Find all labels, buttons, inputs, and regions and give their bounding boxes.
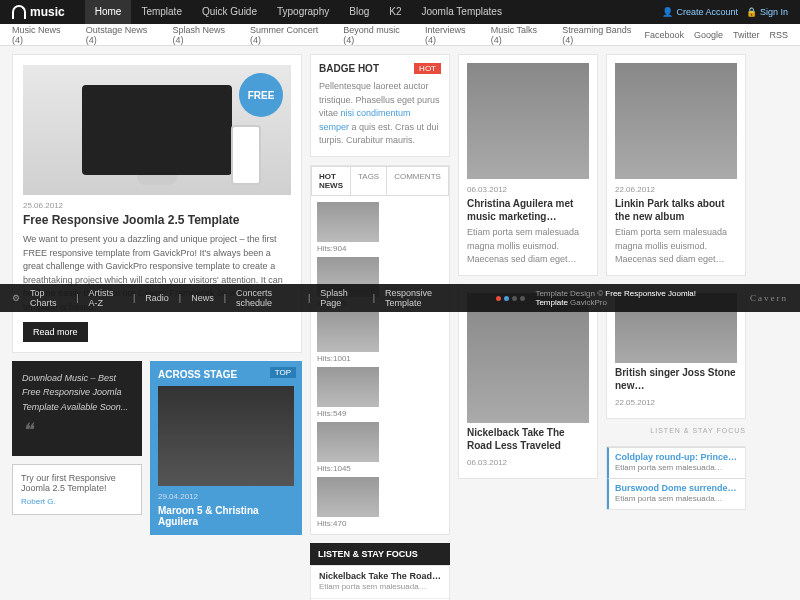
nav-k2[interactable]: K2 (379, 0, 411, 24)
tabs-card: HOT NEWS TAGS COMMENTS Hits:904 Hits:705… (310, 165, 450, 535)
article-date: 06.03.2012 (467, 185, 589, 194)
article-title: Nickelback Take The Road Less Traveled (467, 426, 589, 452)
article-nickelback[interactable]: Nickelback Take The Road Less Traveled 0… (458, 284, 598, 479)
nav-home[interactable]: Home (85, 0, 132, 24)
thumb-item[interactable]: Hits:1045 (317, 422, 379, 473)
article-linkin[interactable]: 22.06.2012 Linkin Park talks about the n… (606, 54, 746, 276)
article-date: 06.03.2012 (467, 458, 589, 467)
top-badge: TOP (270, 367, 296, 378)
side-list: Coldplay round-up: Prince…Etiam porta se… (606, 446, 746, 510)
tab-tags[interactable]: TAGS (351, 167, 387, 195)
lock-icon: 🔒 (746, 7, 757, 17)
strip-link[interactable]: Concerts schedule (236, 288, 298, 308)
article-title: British singer Joss Stone new… (615, 366, 737, 392)
across-date: 29.04.2012 (158, 492, 294, 501)
signin-link[interactable]: 🔒Sign In (746, 7, 788, 17)
article-body: Etiam porta sem malesuada magna mollis e… (467, 226, 589, 267)
subnav-item[interactable]: Beyond music (4) (343, 25, 413, 45)
free-badge: FREE (239, 73, 283, 117)
thumb-item[interactable]: Hits:470 (317, 477, 379, 528)
quote-text: Download Music – Best Free Responsive Jo… (22, 373, 128, 412)
article-title: Linkin Park talks about the new album (615, 197, 737, 223)
article-image (615, 63, 737, 179)
subnav-item[interactable]: Streaming Bands (4) (562, 25, 644, 45)
hot-badge: HOT (414, 63, 441, 74)
nav-joomla[interactable]: Joomla Templates (412, 0, 512, 24)
badge-hot-card: BADGE HOT HOT Pellentesque laoreet aucto… (310, 54, 450, 157)
tab-comments[interactable]: COMMENTS (387, 167, 449, 195)
article-image (467, 293, 589, 423)
settings-icon[interactable]: ⚙ (12, 293, 20, 303)
try-box: Try our first Responsive Joomla 2.5 Temp… (12, 464, 142, 515)
badge-title: BADGE HOT (319, 63, 379, 74)
thumb-item[interactable]: Hits:549 (317, 367, 379, 418)
monitor-graphic (82, 85, 232, 175)
main-nav: Home Template Quick Guide Typography Blo… (85, 0, 512, 24)
social-rss[interactable]: RSS (769, 30, 788, 40)
subnav-item[interactable]: Interviews (4) (425, 25, 479, 45)
article-body: Etiam porta sem malesuada magna mollis e… (615, 226, 737, 267)
tab-hotnews[interactable]: HOT NEWS (312, 167, 351, 195)
article-title: Christina Aguilera met music marketing… (467, 197, 589, 223)
logo[interactable]: music (12, 5, 65, 19)
cavern-brand: Cavern (750, 293, 788, 303)
across-headline[interactable]: Maroon 5 & Christina Aguilera (158, 505, 294, 527)
footer-strip: ⚙ Top Charts| Artists A-Z| Radio| News| … (0, 284, 800, 312)
strip-link[interactable]: Artists A-Z (89, 288, 123, 308)
social-twitter[interactable]: Twitter (733, 30, 760, 40)
headphones-icon (12, 5, 26, 19)
side-item[interactable]: Burswood Dome surrender's…Etiam porta se… (607, 478, 745, 509)
nav-guide[interactable]: Quick Guide (192, 0, 267, 24)
hero-image: FREE (23, 65, 291, 195)
phone-graphic (231, 125, 261, 185)
user-plus-icon: 👤 (662, 7, 673, 17)
nav-template[interactable]: Template (131, 0, 192, 24)
article-image (467, 63, 589, 179)
social-google[interactable]: Google (694, 30, 723, 40)
subnav-item[interactable]: Outstage News (4) (86, 25, 161, 45)
subnav-item[interactable]: Music News (4) (12, 25, 74, 45)
listen-label: LISTEN & STAY FOCUS (606, 427, 746, 434)
create-account-link[interactable]: 👤Create Account (662, 7, 738, 17)
subnav-item[interactable]: Music Talks (4) (491, 25, 551, 45)
subnav-item[interactable]: Splash News (4) (172, 25, 238, 45)
listen-item[interactable]: Nickelback Take The Road …Etiam porta se… (311, 566, 449, 599)
try-text: Try our first Responsive Joomla 2.5 Temp… (21, 473, 116, 493)
strip-link[interactable]: Responsive Template (385, 288, 456, 308)
article-aguilera[interactable]: 06.03.2012 Christina Aguilera met music … (458, 54, 598, 276)
hero-title: Free Responsive Joomla 2.5 Template (23, 213, 291, 227)
strip-link[interactable]: Radio (145, 293, 169, 303)
side-item[interactable]: Coldplay round-up: Prince…Etiam porta se… (607, 447, 745, 478)
nav-typo[interactable]: Typography (267, 0, 339, 24)
listen-header: LISTEN & STAY FOCUS (310, 543, 450, 565)
article-date: 22.05.2012 (615, 398, 737, 407)
quote-author: Robert G. (21, 497, 133, 506)
article-date: 22.06.2012 (615, 185, 737, 194)
social-facebook[interactable]: Facebook (644, 30, 684, 40)
read-more-button[interactable]: Read more (23, 322, 88, 342)
listen-card: LISTEN & STAY FOCUS Nickelback Take The … (310, 543, 450, 601)
nav-blog[interactable]: Blog (339, 0, 379, 24)
strip-link[interactable]: Top Charts (30, 288, 66, 308)
thumb-item[interactable]: Hits:1001 (317, 312, 379, 363)
strip-link[interactable]: Splash Page (320, 288, 362, 308)
quote-icon: ❝ (22, 414, 132, 446)
subnav-item[interactable]: Summer Concert (4) (250, 25, 331, 45)
thumb-item[interactable]: Hits:904 (317, 202, 379, 253)
sub-nav: Music News (4) Outstage News (4) Splash … (12, 25, 644, 45)
quote-card: Download Music – Best Free Responsive Jo… (12, 361, 142, 456)
across-image[interactable] (158, 386, 294, 486)
hero-date: 25.06.2012 (23, 201, 291, 210)
across-stage-card: ACROSS STAGE TOP 29.04.2012 Maroon 5 & C… (150, 361, 302, 535)
logo-text: music (30, 5, 65, 19)
strip-link[interactable]: News (191, 293, 214, 303)
